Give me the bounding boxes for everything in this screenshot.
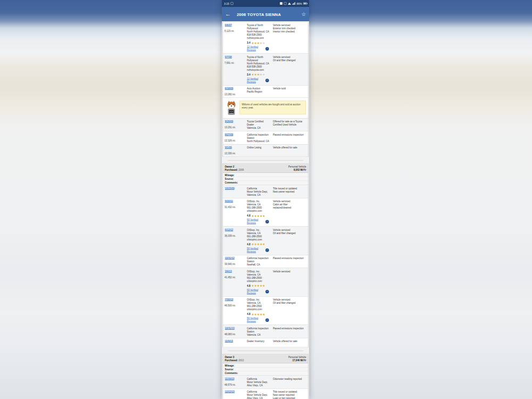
- record-row[interactable]: 3/4/13 41,452 mi. OilStop, Inc.Valencia,…: [223, 268, 308, 297]
- source-line: California Inspection Station: [247, 327, 271, 333]
- source-line: oilstopinc.com: [247, 210, 271, 213]
- record-date[interactable]: 10/31/13: [225, 327, 235, 330]
- date-cell: 11/16/13 48,579 mi.: [223, 377, 246, 387]
- date-cell: 6/18/09 13,282 mi.: [223, 87, 246, 96]
- record-row[interactable]: 9/1/09 13,330 mi. Online Listing Vehicle…: [223, 144, 308, 157]
- verified-reviews-link[interactable]: 59 Verified Reviews: [247, 288, 263, 295]
- comment-line: Vehicle serviced: [273, 270, 306, 273]
- source-line: Pacific Region: [247, 90, 271, 94]
- rating-score: 4.8: [247, 243, 251, 246]
- record-row[interactable]: 12/12/13 CaliforniaMotor Vehicle Dept,Al…: [223, 388, 308, 399]
- source-cell: Toyota of North HollywoodNorth Hollywood…: [246, 55, 272, 84]
- record-date[interactable]: 12/12/13: [225, 390, 235, 394]
- record-comments: Vehicle servicedExterior trim checkedInt…: [272, 24, 308, 52]
- record-comments: Passed emissions inspection: [272, 327, 308, 336]
- battery-icon: [303, 3, 307, 5]
- record-row[interactable]: 6/12/12 36,039 mi. OilStop, Inc.Valencia…: [223, 227, 308, 255]
- source-cell: OilStop, Inc.Valencia, CA661-288-2500oil…: [246, 200, 272, 225]
- reviews-row: 12 Verified Reviews ✓: [247, 77, 271, 84]
- record-row[interactable]: 7/30/13 46,500 mi. OilStop, Inc.Valencia…: [223, 296, 308, 325]
- record-date[interactable]: 3/4/13: [225, 270, 232, 273]
- record-source: OilStop, Inc.Valencia, CA661-288-2500oil…: [247, 228, 271, 241]
- record-date[interactable]: 8/26/09: [225, 120, 234, 123]
- record-source: CaliforniaMotor Vehicle Dept,Aliso Viejo…: [247, 377, 271, 387]
- verified-badge-icon: ✓: [265, 290, 269, 294]
- record-comments: Passed emissions inspection: [272, 133, 308, 143]
- record-row[interactable]: 8/26/09 13,291 mi. Toyota Certified Deal…: [223, 118, 308, 131]
- verified-reviews-link[interactable]: 59 Verified Reviews: [247, 219, 263, 225]
- record-source: OilStop, Inc.Valencia, CA661-288-2500oil…: [247, 270, 271, 282]
- record-date[interactable]: 9/20/11: [225, 200, 234, 203]
- record-date[interactable]: 11/16/13: [225, 377, 235, 380]
- source-cell: CaliforniaMotor Vehicle Dept,Aliso Viejo…: [246, 377, 272, 387]
- verified-badge-icon: ✓: [265, 47, 269, 51]
- record-row[interactable]: 11/9/13 Dealer Inventory Vehicle offered…: [223, 338, 308, 347]
- date-cell: 6/6/07 5,123 mi.: [223, 24, 246, 52]
- comment-line: Oil and filter changed: [273, 302, 306, 305]
- back-arrow-icon[interactable]: ←: [225, 11, 231, 18]
- section-divider: [228, 160, 303, 161]
- star-rating-icon: ★★★★★★★★★★: [252, 73, 265, 76]
- verified-reviews-link[interactable]: 12 Verified Reviews: [247, 77, 263, 84]
- source-line: Valencia, CA: [247, 333, 271, 336]
- record-date[interactable]: 8/27/09: [225, 133, 234, 136]
- record-comments: Vehicle offered for sale: [272, 146, 308, 155]
- record-comments: Passed emissions inspection: [272, 257, 308, 267]
- record-date[interactable]: 11/9/13: [225, 340, 234, 343]
- record-row[interactable]: 6/7/08 7,691 mi. Toyota of North Hollywo…: [223, 54, 308, 86]
- star-fill: ★★★★★: [252, 73, 261, 76]
- record-row[interactable]: 10/31/12 39,640 mi. California Inspectio…: [223, 255, 308, 268]
- rating-row: 3.4 ★★★★★★★★★★: [247, 73, 271, 76]
- record-row[interactable]: 10/31/13 48,083 mi. California Inspectio…: [223, 325, 308, 338]
- source-cell: CaliforniaMotor Vehicle Dept,Aliso Viejo…: [246, 390, 272, 399]
- comment-line: Loan or lien reported: [273, 397, 306, 399]
- source-cell: Online Listing: [246, 146, 272, 155]
- record-mileage: 41,452 mi.: [225, 276, 245, 279]
- record-date[interactable]: 10/31/12: [225, 257, 235, 260]
- source-line: Online Listing: [247, 146, 271, 149]
- favorite-star-icon[interactable]: ☆: [301, 11, 306, 18]
- record-mileage: 39,640 mi.: [225, 263, 245, 266]
- record-row[interactable]: 11/16/13 48,579 mi. CaliforniaMotor Vehi…: [223, 376, 308, 389]
- star-rating-icon: ★★★★★★★★★★: [252, 313, 265, 316]
- record-date[interactable]: 6/18/09: [225, 87, 234, 90]
- source-line: nohotoyota.com: [247, 37, 271, 40]
- source-line: Toyota Certified Dealer: [247, 120, 271, 127]
- record-date[interactable]: 10/23/09: [225, 187, 235, 190]
- date-cell: 12/12/13: [223, 390, 246, 399]
- record-date[interactable]: 6/6/07: [225, 24, 232, 27]
- record-date[interactable]: 6/12/12: [225, 228, 234, 231]
- source-line: California Inspection Station: [247, 257, 271, 263]
- record-mileage: 13,326 mi.: [225, 139, 245, 142]
- record-source: Toyota of North HollywoodNorth Hollywood…: [247, 55, 271, 71]
- owner-header: Owner 3 Personal Vehicle Purchased: 2013…: [223, 354, 308, 364]
- record-mileage: 48,579 mi.: [225, 383, 245, 386]
- record-date[interactable]: 6/7/08: [225, 55, 232, 59]
- record-row[interactable]: 6/18/09 13,282 mi. Auto AuctionPacific R…: [223, 85, 308, 98]
- record-row[interactable]: 8/27/09 13,326 mi. California Inspection…: [223, 131, 308, 145]
- record-row[interactable]: 6/6/07 5,123 mi. Toyota of North Hollywo…: [223, 22, 308, 54]
- source-line: Toyota of North Hollywood: [247, 55, 271, 62]
- record-mileage: 5,123 mi.: [225, 30, 245, 33]
- record-source: Online Listing: [247, 146, 271, 149]
- record-row[interactable]: 9/20/11 31,432 mi. OilStop, Inc.Valencia…: [223, 198, 308, 227]
- comment-line: Passed emissions inspection: [273, 133, 306, 136]
- verified-reviews-link[interactable]: 59 Verified Reviews: [247, 247, 263, 253]
- rating-row: 3.4 ★★★★★★★★★★: [247, 41, 271, 45]
- verified-reviews-link[interactable]: 59 Verified Reviews: [247, 317, 263, 323]
- rating-row: 4.8 ★★★★★★★★★★: [247, 214, 271, 218]
- verified-reviews-link[interactable]: 12 Verified Reviews: [247, 46, 263, 52]
- source-cell: Auto AuctionPacific Region: [246, 87, 272, 96]
- source-line: Aliso Viejo, CA: [247, 384, 271, 387]
- record-date[interactable]: 9/1/09: [225, 146, 232, 149]
- comment-line: Vehicle sold: [273, 87, 306, 90]
- source-cell: OilStop, Inc.Valencia, CA661-288-2500oil…: [246, 298, 272, 323]
- comment-line: Cabin air filter replaced/cleaned: [273, 203, 306, 210]
- record-date[interactable]: 7/30/13: [225, 298, 234, 302]
- record-source: California Inspection StationValencia, C…: [247, 327, 271, 336]
- record-mileage: 48,083 mi.: [225, 332, 245, 336]
- column-label: Mileage:: [223, 364, 308, 368]
- source-line: Dealer Inventory: [247, 340, 271, 343]
- source-line: Valencia, CA: [247, 193, 271, 196]
- record-row[interactable]: 10/23/09 CaliforniaMotor Vehicle Dept,Va…: [223, 185, 308, 198]
